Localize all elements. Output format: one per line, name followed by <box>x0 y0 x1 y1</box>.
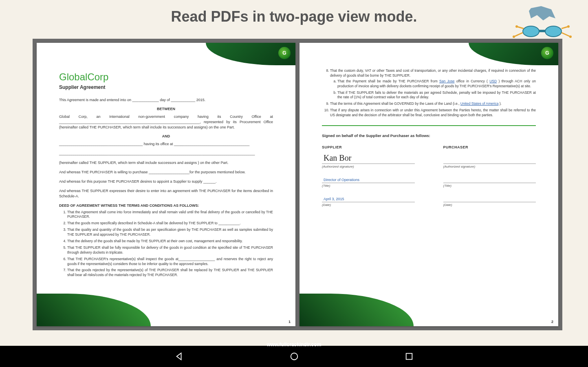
and-label: AND <box>59 134 273 138</box>
supplier-date-line: April 3, 2015 <box>322 194 415 202</box>
term-6: That THE PURCHASER's representative(s) s… <box>67 257 273 267</box>
signature-heading: Signed on behalf of the Supplier and Pur… <box>322 133 536 138</box>
svg-point-11 <box>515 25 518 28</box>
svg-point-4 <box>545 26 562 37</box>
svg-line-8 <box>562 33 570 37</box>
terms-list: That the Agreement shall come into force… <box>59 210 273 278</box>
document-title: Supplier Agreement <box>59 84 273 90</box>
svg-point-9 <box>569 35 572 38</box>
supplier-title-label: (Title) <box>322 184 415 188</box>
term-7: That the goods rejected by the represent… <box>67 268 273 278</box>
purchaser-head: PURCHASER <box>443 145 536 149</box>
watermark-url: www.fullcrackindir.com <box>267 342 322 347</box>
deed-heading: DEED OF AGREEMENT WITNESS THE TERMS AND … <box>59 203 273 208</box>
purchaser-title-label: (Title) <box>443 184 536 188</box>
party-supplier-line2: ________________________________________… <box>59 151 273 156</box>
company-title: GlobalCorp <box>59 71 273 83</box>
term-8a: That the Payment shall be made by THE PU… <box>337 79 536 89</box>
term-4: That the delivery of the goods shall be … <box>67 239 273 244</box>
supplier-column: SUPPLIER Kan Bor (Authorized signature) … <box>322 145 415 213</box>
svg-point-7 <box>513 35 515 38</box>
android-nav-bar: www.fullcrackindir.com <box>0 346 588 367</box>
recent-apps-icon[interactable] <box>405 352 414 361</box>
supplier-head: SUPPLIER <box>322 145 415 149</box>
globalcorp-logo-icon: G <box>278 47 291 59</box>
purchaser-date-line <box>443 194 536 202</box>
svg-point-0 <box>291 353 297 360</box>
party-supplier-line1: ________________________________________… <box>59 141 273 147</box>
term-1: That the Agreement shall come into force… <box>67 210 273 220</box>
supplier-title-line: Director of Operations <box>322 175 415 183</box>
supplier-signature-line: Kan Bor <box>322 156 415 164</box>
pdf-two-page-viewer[interactable]: G GlobalCorp Supplier Agreement This Agr… <box>33 39 562 330</box>
page-number: 2 <box>551 320 553 324</box>
party-purchaser: Global Corp, an International non-govern… <box>59 114 273 130</box>
supplier-title-value: Director of Operations <box>324 178 359 182</box>
svg-line-6 <box>514 33 523 37</box>
globalcorp-logo-icon: G <box>541 47 553 59</box>
term-8b: That if THE SUPPLIER fails to deliver th… <box>337 91 536 100</box>
purchaser-date-label: (Date) <box>443 203 536 207</box>
page-number: 1 <box>288 320 291 324</box>
whereas-2: And whereas for this purpose THE PURCHAS… <box>59 179 273 184</box>
supplier-date-value: April 3, 2015 <box>324 197 344 201</box>
intro-line: This Agreement is made and entered into … <box>59 97 273 103</box>
supplier-signature: Kan Bor <box>324 153 351 163</box>
whereas-1: And whereas THE PURCHASER is willing to … <box>59 170 273 175</box>
term-5: That THE SUPPLIER shall be fully respons… <box>67 245 273 255</box>
svg-point-13 <box>567 25 570 28</box>
home-icon[interactable] <box>290 352 299 361</box>
whereas-3: And whereas THE SUPPLIER expresses their… <box>59 188 273 199</box>
term-2: That the goods more specifically describ… <box>67 221 273 226</box>
svg-rect-1 <box>406 354 412 360</box>
pdf-page-1[interactable]: G GlobalCorp Supplier Agreement This Agr… <box>37 43 295 326</box>
purchaser-auth-label: (Authorized signature) <box>443 165 536 168</box>
supplier-auth-label: (Authorized signature) <box>322 165 415 168</box>
term-9: That the terms of this Agreement shall b… <box>330 102 536 106</box>
mascot-logo-icon <box>511 6 576 47</box>
between-label: BETWEEN <box>59 107 273 111</box>
purchaser-title-line <box>443 175 536 183</box>
divider <box>322 125 536 126</box>
purchaser-column: PURCHASER (Authorized signature) (Title)… <box>443 145 536 213</box>
term-3: That the quality and quantity of the goo… <box>67 228 273 237</box>
signature-columns: SUPPLIER Kan Bor (Authorized signature) … <box>322 145 536 213</box>
svg-marker-2 <box>529 6 555 20</box>
svg-rect-5 <box>539 30 545 32</box>
purchaser-signature-line <box>443 156 536 164</box>
terms-list-cont: That the custom duty, VAT or other Taxes… <box>322 69 536 118</box>
supplier-clause: (hereinafter called THE SUPPLIER, which … <box>59 160 273 166</box>
term-8: That the custom duty, VAT or other Taxes… <box>330 69 536 100</box>
svg-point-3 <box>523 26 539 37</box>
term-10: That if any dispute arises in connection… <box>330 108 536 118</box>
back-icon[interactable] <box>175 352 184 361</box>
supplier-date-label: (Date) <box>322 203 415 207</box>
pdf-page-2[interactable]: G That the custom duty, VAT or other Tax… <box>300 43 558 326</box>
headline: Read PDFs in two-page view mode. <box>0 0 588 33</box>
